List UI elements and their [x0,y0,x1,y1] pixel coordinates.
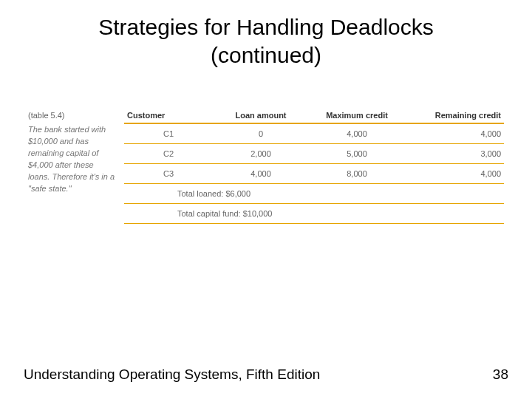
summary-total-capital: Total capital fund: $10,000 [124,204,504,224]
figure-row: (table 5.4) The bank started with $10,00… [28,111,504,224]
table-caption: The bank started with $10,000 and has re… [28,124,117,195]
figure-sidebar: (table 5.4) The bank started with $10,00… [28,111,124,195]
table-header-row: Customer Loan amount Maximum credit Rema… [124,111,504,124]
footer-book-title: Understanding Operating Systems, Fifth E… [24,366,320,383]
slide-title: Strategies for Handling Deadlocks (conti… [0,13,532,69]
figure-block: (table 5.4) The bank started with $10,00… [28,111,504,224]
cell-customer: C1 [124,129,213,138]
data-table: Customer Loan amount Maximum credit Rema… [124,111,504,224]
cell-customer: C2 [124,149,213,158]
footer-page-number: 38 [493,366,508,383]
th-loan: Loan amount [213,111,309,120]
table-row: C2 2,000 5,000 3,000 [124,144,504,164]
cell-remain: 3,000 [405,149,504,158]
summary-total-loaned: Total loaned: $6,000 [124,184,504,204]
title-line-1: Strategies for Handling Deadlocks [98,15,434,39]
title-line-2: (continued) [211,43,321,67]
cell-max: 8,000 [309,169,405,178]
table-row: C3 4,000 8,000 4,000 [124,164,504,184]
cell-max: 4,000 [309,129,405,138]
cell-remain: 4,000 [405,129,504,138]
th-customer: Customer [124,111,213,120]
cell-customer: C3 [124,169,213,178]
cell-loan: 4,000 [213,169,309,178]
th-remain: Remaining credit [405,111,504,120]
th-max: Maximum credit [309,111,405,120]
slide: Strategies for Handling Deadlocks (conti… [0,0,532,399]
cell-loan: 2,000 [213,149,309,158]
table-label: (table 5.4) [28,111,117,120]
cell-max: 5,000 [309,149,405,158]
table-row: C1 0 4,000 4,000 [124,124,504,144]
cell-loan: 0 [213,129,309,138]
cell-remain: 4,000 [405,169,504,178]
